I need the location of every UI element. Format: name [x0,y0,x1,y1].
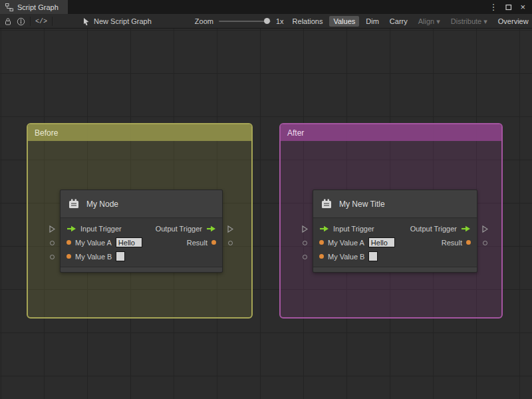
ext-value-b-port[interactable] [303,255,307,259]
input-trigger-label: Input Trigger [333,225,374,233]
value-port-icon[interactable] [466,240,471,245]
info-icon[interactable] [17,17,25,26]
script-graph-window: Script Graph ⋮ × [0,0,532,399]
port-row-trigger: Input Trigger Output Trigger [313,221,477,235]
code-icon[interactable]: </> [35,18,47,25]
carry-button[interactable]: Carry [386,16,412,27]
tab-bar: Script Graph ⋮ × [0,0,532,14]
node-my-node[interactable]: My Node Input Trigger Output Trigger [60,190,223,273]
group-label: After [287,128,304,138]
node-icon [67,198,80,210]
zoom-slider[interactable] [219,21,271,22]
port-row-value-b: My Value B [61,249,222,263]
toolbar-separator [52,17,53,26]
toolbar-separator [30,17,31,26]
flow-output-icon[interactable] [461,225,471,232]
values-button[interactable]: Values [329,16,359,27]
node-header[interactable]: My Node [61,190,222,218]
tab-title: Script Graph [17,3,59,11]
value-port-icon[interactable] [66,240,71,245]
value-a-input[interactable] [368,237,395,247]
graph-name-group: New Script Graph [82,17,152,26]
input-trigger-label: Input Trigger [80,225,122,233]
zoom-slider-knob[interactable] [264,18,270,24]
maximize-icon[interactable] [505,4,512,11]
value-a-label: My Value A [75,239,112,247]
toolbar-buttons: Relations Values Dim Carry Align ▾ Distr… [289,16,532,27]
zoom-label: Zoom [195,17,213,25]
ext-flow-input-port[interactable] [302,225,308,233]
value-a-input[interactable] [116,237,142,247]
result-label: Result [187,239,207,247]
flow-output-icon[interactable] [206,225,216,232]
lock-icon[interactable] [4,17,12,26]
script-graph-icon [5,3,13,11]
port-row-value-b: My Value B [313,249,477,263]
output-trigger-label: Output Trigger [410,225,457,233]
window-controls: ⋮ × [489,0,532,14]
ext-flow-output-port[interactable] [482,225,488,233]
overview-button[interactable]: Overview [494,16,532,27]
graph-canvas[interactable]: Before My Node [0,29,532,399]
value-b-input[interactable] [116,251,125,261]
group-before[interactable]: Before My Node [27,123,253,319]
node-footer [313,267,477,272]
node-footer [61,267,222,272]
port-row-value-a: My Value A Result [61,235,222,249]
node-body: Input Trigger Output Trigger My Value A … [61,218,222,263]
node-title: My Node [86,200,118,209]
value-b-label: My Value B [328,253,364,261]
ext-flow-output-port[interactable] [227,225,233,233]
result-label: Result [442,239,462,247]
toolbar: </> New Script Graph Zoom 1x Relations [0,14,532,29]
group-label: Before [35,128,58,138]
ext-value-a-port[interactable] [303,241,307,245]
node-icon [320,198,333,210]
dim-button[interactable]: Dim [362,16,383,27]
value-b-label: My Value B [75,253,112,261]
value-port-icon[interactable] [319,254,324,259]
port-row-value-a: My Value A Result [313,235,477,249]
tab-script-graph[interactable]: Script Graph [0,0,68,14]
ext-value-a-port[interactable] [50,241,55,245]
value-port-icon[interactable] [319,240,324,245]
node-title: My New Title [339,200,385,209]
value-b-input[interactable] [368,251,378,261]
ext-flow-input-port[interactable] [49,225,55,233]
group-after-header[interactable]: After [281,124,501,141]
relations-button[interactable]: Relations [289,16,327,27]
output-trigger-label: Output Trigger [156,225,202,233]
pointer-icon [82,17,90,26]
align-button: Align ▾ [414,16,444,27]
value-port-icon[interactable] [66,254,71,259]
kebab-menu-icon[interactable]: ⋮ [489,3,497,11]
node-body: Input Trigger Output Trigger My Value A … [313,218,477,263]
node-my-new-title[interactable]: My New Title Input Trigger Output Trigge… [313,190,477,273]
graph-name-label[interactable]: New Script Graph [94,17,152,25]
flow-input-icon[interactable] [319,225,329,232]
group-before-header[interactable]: Before [28,124,251,141]
value-port-icon[interactable] [211,240,216,245]
group-after[interactable]: After My New Title [279,123,503,319]
zoom-control: Zoom 1x [195,17,284,25]
distribute-button: Distribute ▾ [447,16,491,27]
ext-result-port[interactable] [483,241,487,245]
ext-value-b-port[interactable] [50,255,55,259]
ext-result-port[interactable] [228,241,233,245]
value-a-label: My Value A [328,239,364,247]
node-header[interactable]: My New Title [313,190,477,218]
zoom-value: 1x [276,17,284,25]
close-icon[interactable]: × [520,3,525,11]
flow-input-icon[interactable] [66,225,76,232]
port-row-trigger: Input Trigger Output Trigger [61,221,222,235]
